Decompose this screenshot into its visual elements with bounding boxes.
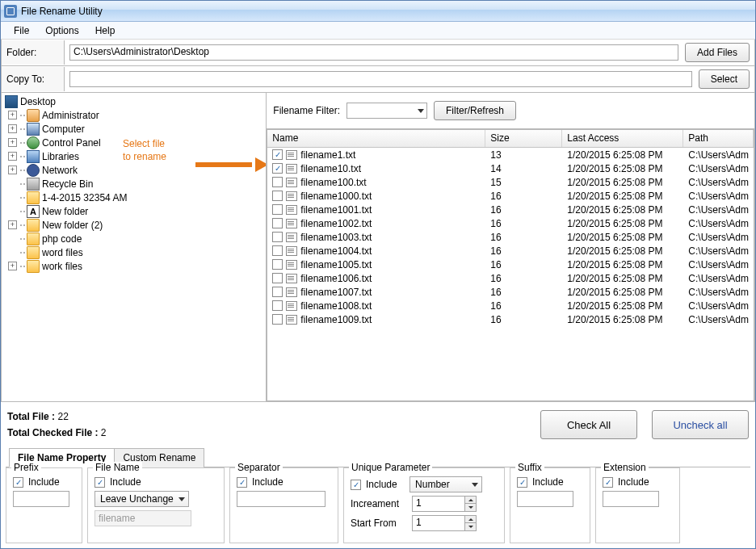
filter-label: Filename Filter:: [273, 105, 340, 116]
filter-refresh-button[interactable]: Filter/Refresh: [434, 101, 516, 120]
annotation-arrow-icon: [195, 157, 267, 172]
row-checkbox[interactable]: [272, 314, 283, 325]
expand-icon[interactable]: +: [8, 138, 17, 147]
expand-icon[interactable]: +: [8, 111, 17, 119]
row-checkbox[interactable]: [272, 245, 283, 256]
menu-options[interactable]: Options: [39, 23, 85, 38]
file-last-access: 1/20/2015 6:25:08 PM: [562, 245, 683, 257]
tree-item[interactable]: +⋯work files: [3, 259, 266, 273]
table-row[interactable]: filename100.txt151/20/2015 6:25:08 PMC:\…: [267, 175, 754, 189]
menu-file[interactable]: File: [7, 23, 36, 38]
table-row[interactable]: filename1009.txt161/20/2015 6:25:08 PMC:…: [267, 312, 754, 326]
expand-icon[interactable]: +: [8, 152, 17, 161]
row-checkbox[interactable]: [272, 300, 283, 311]
stats-row: Total File : 22 Total Checked File : 2 C…: [1, 402, 755, 444]
file-last-access: 1/20/2015 6:25:08 PM: [562, 204, 683, 216]
row-checkbox[interactable]: [272, 218, 283, 228]
tree-item-label: work files: [42, 261, 82, 272]
table-row[interactable]: filename1001.txt161/20/2015 6:25:08 PMC:…: [267, 203, 754, 216]
table-row[interactable]: filename10.txt141/20/2015 6:25:08 PMC:\U…: [267, 161, 754, 175]
row-checkbox[interactable]: [272, 163, 283, 174]
tree-item-label: Recycle Bin: [42, 178, 93, 190]
table-row[interactable]: filename1004.txt161/20/2015 6:25:08 PMC:…: [267, 244, 754, 258]
file-icon: [286, 191, 297, 201]
table-row[interactable]: filename1005.txt161/20/2015 6:25:08 PMC:…: [267, 258, 754, 271]
expand-icon[interactable]: +: [8, 220, 17, 229]
check-all-button[interactable]: Check All: [540, 410, 637, 439]
tree-item[interactable]: ⋯word files: [3, 245, 266, 259]
col-path[interactable]: Path: [683, 130, 754, 147]
expand-icon[interactable]: +: [8, 166, 17, 174]
col-size[interactable]: Size: [485, 130, 562, 147]
row-checkbox[interactable]: [272, 287, 283, 297]
file-size: 16: [485, 232, 562, 243]
separator-input[interactable]: [237, 491, 326, 507]
extension-include-label: Include: [618, 476, 649, 488]
file-name: filename1.txt: [300, 149, 355, 161]
tree-item[interactable]: ⋯php code: [3, 232, 266, 245]
tree-item[interactable]: +⋯Computer: [3, 122, 266, 136]
row-checkbox[interactable]: [272, 273, 283, 283]
uncheck-all-button[interactable]: Uncheck all: [652, 410, 749, 439]
menu-help[interactable]: Help: [89, 23, 122, 38]
row-checkbox[interactable]: [272, 259, 283, 270]
file-icon: [286, 233, 297, 242]
tree-item[interactable]: ⋯Recycle Bin: [3, 177, 266, 191]
tree-item[interactable]: ⋯ANew folder: [3, 204, 266, 218]
extension-input[interactable]: [603, 491, 659, 507]
table-row[interactable]: filename1006.txt161/20/2015 6:25:08 PMC:…: [267, 271, 754, 285]
filter-combo[interactable]: [346, 103, 427, 119]
unique-include-label: Include: [366, 479, 397, 490]
folder-label: Folder:: [2, 40, 65, 65]
filename-include-check[interactable]: [94, 477, 105, 488]
separator-include-check[interactable]: [237, 477, 247, 488]
table-row[interactable]: filename1002.txt161/20/2015 6:25:08 PMC:…: [267, 216, 754, 230]
file-path: C:\Users\Adm: [683, 204, 754, 216]
increment-spinner[interactable]: 1: [412, 496, 477, 512]
row-checkbox[interactable]: [272, 177, 283, 187]
file-size: 16: [485, 191, 562, 202]
table-row[interactable]: filename1000.txt161/20/2015 6:25:08 PMC:…: [267, 189, 754, 203]
table-row[interactable]: filename1007.txt161/20/2015 6:25:08 PMC:…: [267, 285, 754, 299]
file-icon: [286, 260, 297, 270]
prefix-input[interactable]: [13, 491, 69, 507]
row-checkbox[interactable]: [272, 232, 283, 242]
expand-icon[interactable]: +: [8, 124, 17, 133]
col-last-access[interactable]: Last Access: [562, 130, 683, 147]
startfrom-spinner[interactable]: 1: [412, 515, 477, 531]
suffix-input[interactable]: [517, 491, 573, 507]
tree-item-label: New folder: [42, 206, 88, 217]
extension-include-check[interactable]: [603, 477, 613, 488]
row-checkbox[interactable]: [272, 149, 283, 160]
table-row[interactable]: filename1003.txt161/20/2015 6:25:08 PMC:…: [267, 230, 754, 244]
folder-input[interactable]: C:\Users\Administrator\Desktop: [69, 44, 678, 61]
table-row[interactable]: filename1.txt131/20/2015 6:25:08 PMC:\Us…: [267, 148, 754, 161]
prefix-include-check[interactable]: [13, 477, 23, 488]
tree-item[interactable]: +⋯New folder (2): [3, 218, 266, 232]
folder-tree[interactable]: Desktop +⋯Administrator+⋯Computer+⋯Contr…: [2, 93, 267, 401]
file-name: filename100.txt: [300, 177, 366, 188]
add-files-button[interactable]: Add Files: [685, 43, 750, 62]
row-checkbox[interactable]: [272, 204, 283, 215]
filename-mode-select[interactable]: Leave Unchange: [94, 491, 189, 507]
file-last-access: 1/20/2015 6:25:08 PM: [562, 163, 683, 174]
file-name: filename1004.txt: [300, 245, 372, 257]
extension-title: Extension: [601, 462, 649, 473]
file-icon: [286, 315, 297, 325]
tree-item-label: Control Panel: [42, 137, 101, 149]
tree-root[interactable]: Desktop: [3, 94, 266, 108]
file-last-access: 1/20/2015 6:25:08 PM: [562, 218, 683, 229]
unique-type-select[interactable]: Number: [410, 476, 482, 492]
file-last-access: 1/20/2015 6:25:08 PM: [562, 300, 683, 312]
row-checkbox[interactable]: [272, 191, 283, 201]
suffix-include-check[interactable]: [517, 477, 527, 488]
col-name[interactable]: Name: [267, 130, 485, 147]
tree-item[interactable]: +⋯Administrator: [3, 108, 266, 122]
expand-icon[interactable]: +: [8, 262, 17, 270]
select-button[interactable]: Select: [699, 69, 750, 89]
tree-item[interactable]: ⋯1-4-2015 32354 AM: [3, 191, 266, 204]
unique-include-check[interactable]: [351, 480, 361, 490]
table-row[interactable]: filename1008.txt161/20/2015 6:25:08 PMC:…: [267, 299, 754, 312]
copyto-input[interactable]: [69, 71, 692, 87]
copyto-label: Copy To:: [2, 67, 65, 91]
